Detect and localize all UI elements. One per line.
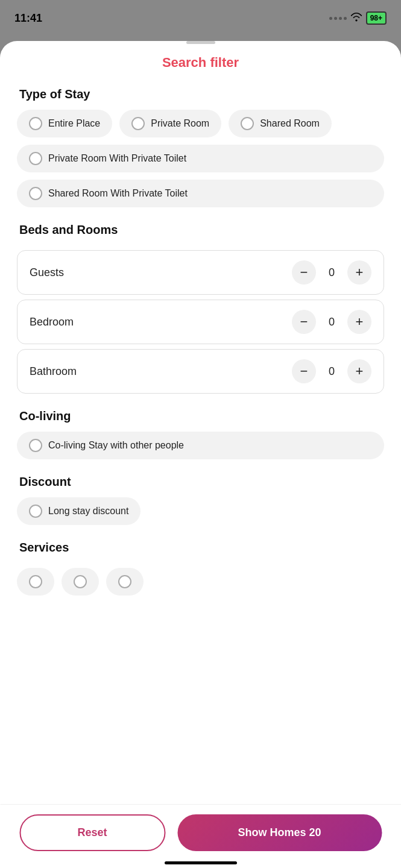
radio-label-shared-room: Shared Room [260, 118, 320, 129]
signal-icon [329, 17, 347, 20]
radio-label-private-room-private-toilet: Private Room With Private Toilet [48, 153, 186, 164]
radio-circle-long-stay-discount [29, 505, 42, 518]
bedroom-controls: − 0 + [292, 310, 371, 334]
radio-circle-service-2 [74, 575, 87, 588]
services-heading: Services [0, 530, 401, 563]
beds-and-rooms-heading: Beds and Rooms [0, 212, 401, 245]
bathroom-decrement-button[interactable]: − [292, 359, 316, 383]
bottom-bar: Reset Show Homes 20 [0, 804, 401, 868]
radio-circle-coliving-stay [29, 439, 42, 452]
radio-label-coliving-stay: Co-living Stay with other people [48, 440, 184, 451]
guests-controls: − 0 + [292, 260, 371, 285]
wifi-icon [350, 12, 362, 24]
radio-circle-shared-room-private-toilet [29, 187, 42, 200]
reset-button[interactable]: Reset [19, 814, 165, 851]
discount-heading: Discount [0, 464, 401, 497]
radio-circle-service-1 [29, 575, 42, 588]
radio-label-shared-room-private-toilet: Shared Room With Private Toilet [48, 188, 188, 199]
services-options [0, 563, 401, 596]
radio-label-private-room: Private Room [151, 118, 209, 129]
radio-entire-place[interactable]: Entire Place [17, 110, 112, 137]
guests-decrement-button[interactable]: − [292, 260, 316, 285]
discount-options: Long stay discount [0, 497, 401, 530]
battery-icon: 98+ [366, 11, 387, 25]
coliving-options: Co-living Stay with other people [0, 432, 401, 464]
service-chip-3[interactable] [106, 568, 144, 596]
type-of-stay-options: Entire Place Private Room Shared Room Pr… [0, 110, 401, 212]
bedroom-decrement-button[interactable]: − [292, 310, 316, 334]
service-chip-1[interactable] [17, 568, 54, 596]
radio-private-room-private-toilet[interactable]: Private Room With Private Toilet [17, 145, 384, 172]
bottom-sheet: Search filter Type of Stay Entire Place … [0, 41, 401, 868]
radio-circle-private-room [131, 117, 145, 130]
bathroom-counter-row: Bathroom − 0 + [17, 349, 384, 394]
radio-coliving-stay[interactable]: Co-living Stay with other people [17, 432, 384, 459]
guests-increment-button[interactable]: + [347, 260, 371, 285]
radio-shared-room[interactable]: Shared Room [229, 110, 332, 137]
radio-private-room[interactable]: Private Room [119, 110, 221, 137]
sheet-title: Search filter [0, 44, 401, 77]
bedroom-value: 0 [326, 316, 338, 329]
status-time: 11:41 [14, 12, 42, 25]
guests-counter-row: Guests − 0 + [17, 250, 384, 295]
status-bar: 11:41 98+ [0, 0, 401, 34]
radio-circle-shared-room [241, 117, 254, 130]
radio-label-long-stay-discount: Long stay discount [48, 506, 128, 517]
coliving-heading: Co-living [0, 398, 401, 432]
radio-circle-service-3 [118, 575, 131, 588]
bathroom-value: 0 [326, 365, 338, 378]
guests-label: Guests [30, 266, 64, 279]
bathroom-increment-button[interactable]: + [347, 359, 371, 383]
guests-value: 0 [326, 266, 338, 279]
radio-circle-private-room-private-toilet [29, 152, 42, 165]
bedroom-label: Bedroom [30, 316, 74, 329]
radio-circle-entire-place [29, 117, 42, 130]
bedroom-counter-row: Bedroom − 0 + [17, 300, 384, 344]
type-of-stay-heading: Type of Stay [0, 77, 401, 110]
service-chip-2[interactable] [62, 568, 99, 596]
home-indicator [165, 861, 237, 864]
radio-shared-room-private-toilet[interactable]: Shared Room With Private Toilet [17, 180, 384, 207]
radio-label-entire-place: Entire Place [48, 118, 100, 129]
radio-long-stay-discount[interactable]: Long stay discount [17, 497, 141, 525]
status-icons: 98+ [329, 11, 387, 25]
bathroom-controls: − 0 + [292, 359, 371, 383]
phone-frame: 11:41 98+ Search filter Type of Stay [0, 0, 401, 868]
bedroom-increment-button[interactable]: + [347, 310, 371, 334]
show-homes-button[interactable]: Show Homes 20 [177, 814, 382, 851]
bathroom-label: Bathroom [30, 365, 77, 378]
